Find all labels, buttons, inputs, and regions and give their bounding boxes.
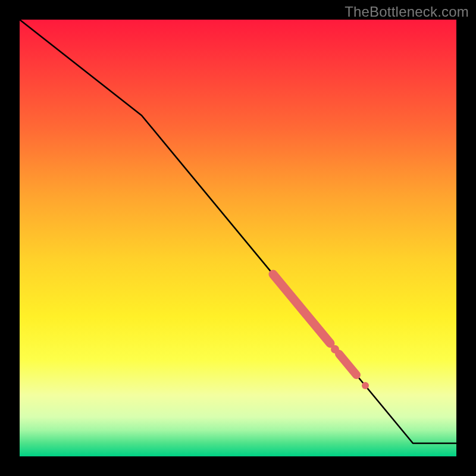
chart-frame: TheBottleneck.com [0, 0, 476, 476]
watermark-text: TheBottleneck.com [345, 4, 469, 20]
curve-line [20, 20, 456, 443]
highlight-segment-1 [273, 274, 330, 343]
highlight-dot-2 [362, 382, 369, 389]
chart-overlay [20, 20, 456, 456]
highlight-segment-2 [339, 354, 356, 375]
